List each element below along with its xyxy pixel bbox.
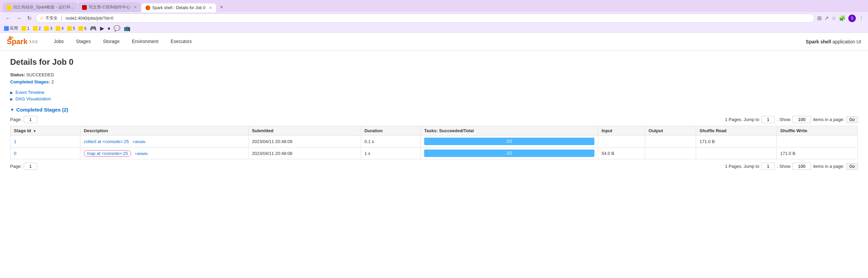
bookmark-4[interactable]: 4 xyxy=(56,26,64,31)
completed-stages-section-header: ▼ Completed Stages (2) xyxy=(10,107,858,113)
nav-storage[interactable]: Storage xyxy=(97,36,126,47)
tab-2-label: 写文章-CSDN创作中心 xyxy=(89,4,130,10)
cell-stage-id-2: 0 xyxy=(11,147,80,159)
spark-logo: Spark 3.0.0 xyxy=(7,36,37,47)
tab-1[interactable]: 012.尚硅谷_Spark框架 - 运行环... ✕ xyxy=(3,2,77,12)
extensions-icon[interactable]: 🧩 xyxy=(839,15,846,21)
pagination-bottom-left: Page: xyxy=(10,163,37,170)
steam-bookmark[interactable]: 🎮 xyxy=(90,25,97,32)
tab-3[interactable]: Spark shell - Details for Job 0 ✕ xyxy=(141,3,216,12)
page-title: Details for Job 0 xyxy=(10,57,858,67)
jump-to-input[interactable] xyxy=(761,116,775,123)
show-label-bottom: . Show xyxy=(777,164,790,169)
share-icon[interactable]: ↗ xyxy=(824,15,829,21)
th-description[interactable]: Description xyxy=(80,126,249,136)
chat-bookmark[interactable]: 💬 xyxy=(114,25,120,32)
bookmark-5[interactable]: 5 xyxy=(67,26,75,31)
section-collapse-arrow[interactable]: ▼ xyxy=(10,107,14,112)
pagination-bottom-right: 1 Pages. Jump to . Show items in a page:… xyxy=(725,163,858,170)
cell-submitted-1: 2023/04/11 20:48:09 xyxy=(248,136,361,147)
table-row: 0 map at <console>:25 +details 2023/04/1… xyxy=(11,147,858,159)
nav-executors[interactable]: Executors xyxy=(164,36,198,47)
page-number-input-bottom[interactable] xyxy=(24,163,37,170)
tasks-progress-2: 2/2 xyxy=(424,150,594,157)
completed-stages-label: Completed Stages: xyxy=(10,79,50,84)
details-link-2[interactable]: +details xyxy=(135,152,147,156)
translate-icon[interactable]: ⊞ xyxy=(817,15,822,21)
status-value: SUCCEEDED xyxy=(26,72,54,77)
cell-tasks-1: 2/2 xyxy=(421,136,598,147)
bookmark-2[interactable]: 2 xyxy=(33,26,41,31)
cell-duration-2: 1 s xyxy=(361,147,420,159)
description-link-1[interactable]: collect at <console>:25 xyxy=(84,139,129,144)
bookmark-apps[interactable]: 应用 xyxy=(4,25,18,31)
pages-info: 1 Pages. Jump to xyxy=(725,117,759,122)
tab-2[interactable]: 写文章-CSDN创作中心 ✕ xyxy=(78,2,141,12)
refresh-button[interactable]: ↻ xyxy=(26,14,33,22)
back-button[interactable]: ← xyxy=(4,15,12,22)
th-tasks[interactable]: Tasks: Succeeded/Total xyxy=(421,126,598,136)
stage-id-link-2[interactable]: 0 xyxy=(14,151,16,156)
youtube-bookmark[interactable]: ▶ xyxy=(100,25,104,32)
browser-chrome: 012.尚硅谷_Spark框架 - 运行环... ✕ 写文章-CSDN创作中心 … xyxy=(0,0,868,33)
show-input-bottom[interactable] xyxy=(792,163,811,170)
items-label-bottom: items in a page: xyxy=(813,164,844,169)
event-timeline-link[interactable]: ▶ Event Timeline xyxy=(10,90,858,95)
profile-icon[interactable]: S xyxy=(848,15,856,22)
tab-3-close[interactable]: ✕ xyxy=(209,6,212,10)
bookmark-3[interactable]: 3 xyxy=(44,26,52,31)
bookmark-3-label: 3 xyxy=(50,26,52,31)
completed-stages-value: 2 xyxy=(51,79,54,84)
extra-bookmark[interactable]: 📺 xyxy=(124,25,131,32)
tab-2-close[interactable]: ✕ xyxy=(134,5,137,9)
go-button-bottom[interactable]: Go xyxy=(846,163,858,170)
status-row: Status: SUCCEEDED xyxy=(10,72,858,77)
spark-version: 3.0.0 xyxy=(29,40,37,44)
tab-1-label: 012.尚硅谷_Spark框架 - 运行环... xyxy=(14,4,74,10)
bookmarks-bar: 应用 1 2 3 4 5 6 🎮 ▶ ♦ 💬 📺 xyxy=(0,24,868,33)
security-warning-icon: ⚠ xyxy=(40,16,43,20)
nav-stages[interactable]: Stages xyxy=(70,36,97,47)
url-bar[interactable]: ⚠ 不安全 | node1:4040/jobs/job/?id=0 xyxy=(36,14,814,23)
cell-output-1 xyxy=(645,136,696,147)
nav-jobs[interactable]: Jobs xyxy=(47,36,70,47)
tab-2-icon xyxy=(82,5,87,10)
th-output[interactable]: Output xyxy=(645,126,696,136)
expand-links: ▶ Event Timeline ▶ DAG Visualization xyxy=(10,90,858,101)
address-bar: ← → ↻ ⚠ 不安全 | node1:4040/jobs/job/?id=0 … xyxy=(0,12,868,24)
bookmark-star-icon[interactable]: ☆ xyxy=(831,15,836,21)
go-button-top[interactable]: Go xyxy=(846,116,858,123)
bookmark-6[interactable]: 6 xyxy=(78,26,86,31)
dag-visualization-label: DAG Visualization xyxy=(16,96,51,101)
th-shuffle-read[interactable]: Shuffle Read xyxy=(696,126,777,136)
tab-bar: 012.尚硅谷_Spark框架 - 运行环... ✕ 写文章-CSDN创作中心 … xyxy=(0,0,868,12)
bookmark-2-icon xyxy=(33,26,38,31)
social-bookmark[interactable]: ♦ xyxy=(107,25,110,32)
jump-to-input-bottom[interactable] xyxy=(761,163,775,170)
menu-icon[interactable]: ⋮ xyxy=(859,15,864,21)
th-submitted[interactable]: Submitted xyxy=(248,126,361,136)
spark-app-name-bold: Spark shell xyxy=(806,39,831,44)
page-number-input[interactable] xyxy=(24,116,37,123)
th-duration[interactable]: Duration xyxy=(361,126,420,136)
cell-description-2: map at <console>:25 +details xyxy=(80,147,249,159)
bookmark-4-icon xyxy=(56,26,60,31)
th-input[interactable]: Input xyxy=(598,126,645,136)
url-text: node1:4040/jobs/job/?id=0 xyxy=(65,16,113,21)
event-timeline-arrow: ▶ xyxy=(10,91,13,95)
th-shuffle-write[interactable]: Shuffle Write xyxy=(777,126,858,136)
new-tab-button[interactable]: + xyxy=(217,2,226,12)
bookmark-1[interactable]: 1 xyxy=(21,26,29,31)
details-link-1[interactable]: +details xyxy=(133,140,145,144)
dag-visualization-link[interactable]: ▶ DAG Visualization xyxy=(10,96,858,101)
nav-environment[interactable]: Environment xyxy=(126,36,165,47)
toolbar-icons: ⊞ ↗ ☆ 🧩 S ⋮ xyxy=(817,15,864,22)
description-link-2-circled[interactable]: map at <console>:25 xyxy=(84,150,131,157)
th-stage-id[interactable]: Stage Id ▼ xyxy=(11,126,80,136)
items-label: items in a page: xyxy=(813,117,844,122)
show-input[interactable] xyxy=(792,116,811,123)
cell-duration-1: 0.1 s xyxy=(361,136,420,147)
stage-id-link-1[interactable]: 1 xyxy=(14,139,16,144)
forward-button[interactable]: → xyxy=(15,15,23,22)
bookmark-5-label: 5 xyxy=(73,26,75,31)
